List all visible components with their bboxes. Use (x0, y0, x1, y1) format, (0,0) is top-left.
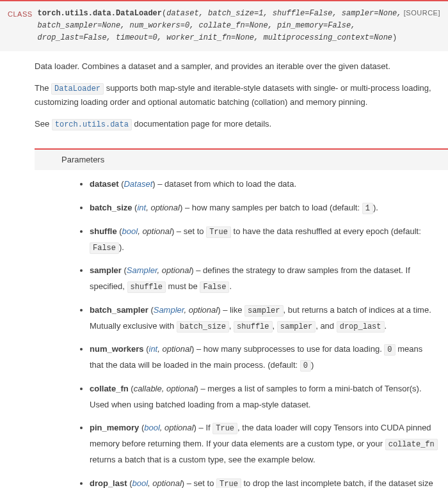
class-description: Data loader. Combines a dataset and a sa… (0, 51, 448, 143)
text: documentation page for more details. (132, 119, 271, 129)
param-type: Sampler, optional (154, 305, 218, 315)
param-type: callable, optional (134, 384, 196, 393)
param-name: dataset (90, 179, 119, 189)
parameter-item: collate_fn (callable, optional) – merges… (90, 381, 438, 413)
param-name: collate_fn (90, 384, 129, 393)
class-definition: CLASS torch.utils.data.DataLoader(datase… (0, 0, 448, 488)
param-desc: how many samples per batch to load (defa… (192, 203, 378, 212)
desc-paragraph-1: Data loader. Combines a dataset and a sa… (35, 60, 435, 74)
param-type: bool, optional (144, 423, 193, 432)
torch-utils-data-link[interactable]: torch.utils.data (52, 119, 132, 130)
parameter-item: pin_memory (bool, optional) – If True, t… (90, 420, 438, 468)
text: See (35, 119, 52, 129)
param-type: bool, optional (122, 226, 172, 236)
param-type: bool, optional (132, 478, 181, 488)
param-type: Sampler, optional (127, 265, 191, 275)
param-type: int, optional (137, 203, 180, 212)
parameters-header: Parameters (35, 150, 448, 171)
source-link[interactable]: [SOURCE] (404, 8, 440, 19)
param-name: pin_memory (90, 423, 139, 432)
param-name: shuffle (90, 226, 117, 236)
param-name: batch_size (90, 203, 132, 212)
parameter-item: num_workers (int, optional) – how many s… (90, 342, 438, 374)
signature-body: torch.utils.data.DataLoader(dataset, bat… (38, 8, 440, 45)
param-desc: If True, the data loader will copy Tenso… (90, 423, 438, 464)
param-desc: dataset from which to load the data. (164, 179, 296, 189)
param-name: sampler (90, 265, 122, 275)
param-name: num_workers (90, 344, 144, 354)
parameter-item: batch_sampler (Sampler, optional) – like… (90, 303, 438, 335)
parameters-list: dataset (Dataset) – dataset from which t… (35, 177, 448, 488)
parameter-item: dataset (Dataset) – dataset from which t… (90, 177, 438, 193)
param-name: drop_last (90, 478, 127, 488)
qualified-name: torch.utils.data.DataLoader (38, 9, 162, 18)
signature-bar: CLASS torch.utils.data.DataLoader(datase… (0, 1, 448, 51)
desc-paragraph-2: The DataLoader supports both map-style a… (35, 82, 435, 109)
parameter-item: batch_size (int, optional) – how many sa… (90, 200, 438, 216)
parameter-item: drop_last (bool, optional) – set to True… (90, 476, 438, 488)
parameters-section: Parameters dataset (Dataset) – dataset f… (35, 148, 448, 488)
class-keyword: CLASS (8, 8, 38, 20)
param-type: int, optional (149, 344, 192, 354)
parameter-item: shuffle (bool, optional) – set to True t… (90, 224, 438, 256)
dataloader-link[interactable]: DataLoader (51, 83, 104, 95)
param-name: batch_sampler (90, 305, 148, 315)
text: The (35, 83, 51, 93)
parameter-item: sampler (Sampler, optional) – defines th… (90, 263, 438, 294)
desc-paragraph-3: See torch.utils.data documentation page … (35, 118, 435, 131)
param-type: Dataset (124, 179, 152, 189)
